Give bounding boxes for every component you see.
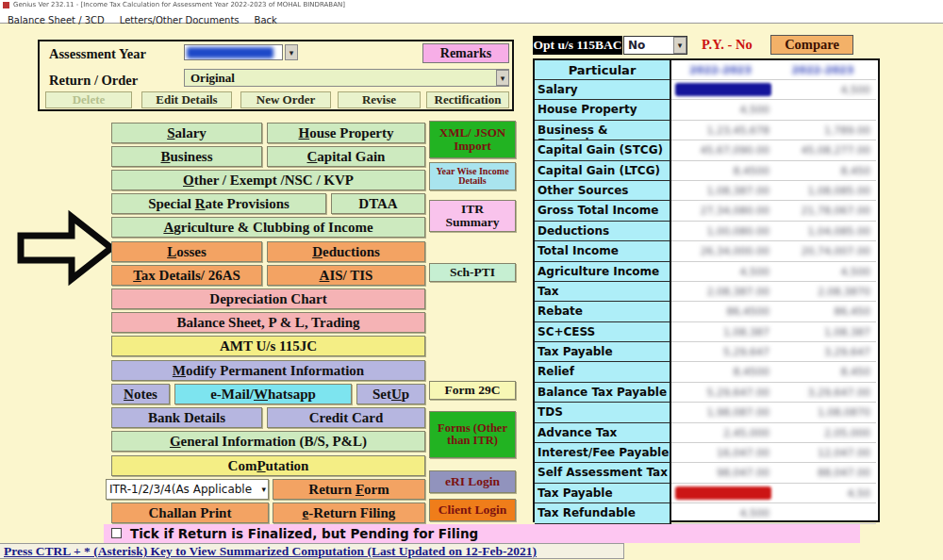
table-row: Tax Refundable4,500	[535, 503, 878, 523]
assessment-year-label: Assessment Year	[49, 46, 146, 62]
general-information-b-s-p-l-button[interactable]: General Information (B/S, P&L)	[111, 431, 425, 452]
blurred-value: 5,29,647.00	[671, 383, 775, 403]
itr-summary-button[interactable]: ITR Summary	[429, 200, 516, 232]
particular-relief: Relief	[535, 362, 671, 382]
losses-button[interactable]: Losses	[111, 241, 262, 262]
house-property-button[interactable]: House Property	[267, 123, 425, 143]
dtaa-button[interactable]: DTAA	[331, 193, 425, 214]
particular-interest-fee-payable: Interest/Fee Payable	[535, 443, 671, 463]
credit-card-button[interactable]: Credit Card	[267, 407, 425, 428]
table-header-year-2-redacted: 2022-2023	[775, 60, 876, 80]
assessment-year-dropdown-arrow[interactable]: ▾	[285, 44, 298, 60]
compare-button[interactable]: Compare	[770, 35, 853, 55]
deductions-button[interactable]: Deductions	[267, 241, 425, 262]
bank-details-button[interactable]: Bank Details	[111, 407, 262, 428]
particular-tax: Tax	[535, 282, 671, 302]
client-login-button[interactable]: Client Login	[429, 499, 516, 521]
menu-item-letters-other-documents[interactable]: Letters/Other Documents	[120, 15, 240, 25]
table-row: Capital Gain (LTCG)8,45008,450	[535, 161, 878, 181]
revise-button[interactable]: Revise	[338, 91, 421, 108]
annotation-arrow-icon	[13, 206, 119, 290]
selected-value-bar	[675, 83, 771, 96]
blurred-value: 1,04,085.00	[775, 222, 876, 241]
business-button[interactable]: Business	[111, 146, 262, 167]
edit-details-button[interactable]: Edit Details	[141, 91, 232, 108]
blurred-value: 12,047.00	[775, 443, 876, 463]
form-29c-button[interactable]: Form 29C	[429, 381, 516, 400]
special-rate-provisions-button[interactable]: Special Rate Provisions	[111, 193, 326, 214]
assessment-year-select[interactable]	[184, 44, 283, 60]
blurred-value: 1,98,087.00	[671, 403, 775, 422]
blurred-value: 2,08,387.00	[671, 282, 775, 302]
salary-button[interactable]: Salary	[111, 123, 262, 143]
forms-other-than-itr-button[interactable]: Forms (Other than ITR)	[429, 411, 516, 458]
blurred-value: 1,08,387	[671, 322, 775, 342]
return-order-select[interactable]: Original	[184, 69, 509, 87]
particular-capital-gain-ltcg: Capital Gain (LTCG)	[535, 161, 671, 181]
blurred-value: 8,4500	[671, 362, 775, 382]
setup-button[interactable]: SetUp	[356, 384, 425, 404]
ais-tis-button[interactable]: AIS/ TIS	[267, 265, 425, 286]
particular-gross-total-income: Gross Total Income	[535, 201, 671, 221]
blurred-value: 45,08,277.00	[775, 140, 876, 160]
itr-1-2-3-4-as-applicable-select[interactable]: ITR-1/2/3/4(As Applicable ▾	[106, 479, 269, 500]
capital-gain-button[interactable]: Capital Gain	[267, 146, 425, 167]
xml-json-import-button[interactable]: XML/ JSON Import	[429, 121, 516, 158]
particular-salary: Salary	[535, 80, 671, 100]
new-order-button[interactable]: New Order	[240, 91, 331, 108]
blurred-value: 98,047.00	[671, 463, 775, 483]
e-mail-whatsapp-button[interactable]: e-Mail/Whatsapp	[174, 384, 352, 404]
particular-other-sources: Other Sources	[535, 181, 671, 201]
itr-form-dropdown-arrow[interactable]: ▾	[261, 480, 266, 499]
blurred-value: 86,450	[775, 302, 876, 321]
blurred-value: 86,4500	[671, 302, 775, 321]
other-exempt-nsc-kvp-button[interactable]: Other / Exempt /NSC / KVP	[111, 170, 425, 190]
return-order-label: Return / Order	[49, 73, 138, 89]
particular-rebate: Rebate	[535, 302, 671, 321]
amt-u-s-115jc-button[interactable]: AMT U/s 115JC	[111, 336, 425, 356]
depreciation-chart-button[interactable]: Depreciation Chart	[111, 288, 425, 309]
table-row: House Property4,500	[535, 100, 878, 120]
blurred-value: 1,08,0870	[775, 403, 876, 422]
table-row: Other Sources1,08,387.001,08,085.00	[535, 181, 878, 201]
table-row: Business & Profession1,23,45,6781,789.00	[535, 121, 878, 140]
e-return-filing-button[interactable]: e-Return Filing	[273, 502, 425, 523]
eri-login-button[interactable]: eRI Login	[429, 470, 516, 493]
blurred-value: 2,08,3870	[775, 282, 876, 302]
notes-button[interactable]: Notes	[111, 384, 170, 404]
tax-details-26as-button[interactable]: Tax Details/ 26AS	[111, 265, 262, 286]
assessment-year-value-redacted	[187, 47, 273, 58]
year-wise-income-details-button[interactable]: Year Wise Income Details	[429, 162, 516, 190]
blurred-value: 4,500	[775, 262, 876, 282]
particular-tds: TDS	[535, 403, 671, 422]
modify-permanent-information-button[interactable]: Modify Permanent Information	[111, 360, 425, 381]
balance-sheet-p-l-trading-button[interactable]: Balance Sheet, P & L, Trading	[111, 312, 425, 333]
menu-bar: Balance Sheet / 3CDLetters/Other Documen…	[0, 10, 943, 24]
remarks-button[interactable]: Remarks	[422, 43, 509, 63]
table-row: Tax Payable5,29,6473,29,647	[535, 342, 878, 362]
menu-item-balance-sheet-3cd[interactable]: Balance Sheet / 3CD	[8, 15, 105, 25]
finalize-checkbox[interactable]	[111, 528, 122, 538]
highlight-red-bar	[675, 486, 771, 500]
particular-sc-cess: SC+CESS	[535, 322, 671, 342]
title-bar: Genius Ver 232.11 - [Income Tax Calculat…	[0, 0, 943, 10]
return-order-dropdown-arrow[interactable]: ▾	[496, 70, 509, 86]
challan-print-button[interactable]: Challan Print	[111, 502, 269, 523]
return-form-button[interactable]: Return Form	[273, 479, 425, 500]
rectification-button[interactable]: Rectification	[426, 91, 509, 108]
previous-year-note: P.Y. - No	[702, 37, 753, 53]
table-row: Capital Gain (STCG)45,67,090.0045,08,277…	[535, 140, 878, 160]
blurred-value: 1,08,387	[775, 322, 876, 342]
sch-pti-button[interactable]: Sch-PTI	[429, 263, 516, 282]
menu-item-back[interactable]: Back	[255, 15, 277, 25]
particular-deductions: Deductions	[535, 222, 671, 241]
table-row: Tax Payable4,50	[535, 484, 878, 503]
computation-button[interactable]: ComPutation	[111, 455, 425, 476]
agriculture-clubbing-of-income-button[interactable]: Agriculture & Clubbing of Income	[111, 217, 425, 238]
particular-capital-gain-stcg: Capital Gain (STCG)	[535, 140, 671, 160]
blurred-value: 4,500	[775, 80, 876, 100]
opt-115bac-dropdown-arrow[interactable]: ▾	[673, 37, 687, 54]
table-row: Self Assessment Tax98,047.0088,047.00	[535, 463, 878, 483]
particular-business-profession: Business & Profession	[535, 121, 671, 140]
particular-total-income: Total Income	[535, 241, 671, 261]
